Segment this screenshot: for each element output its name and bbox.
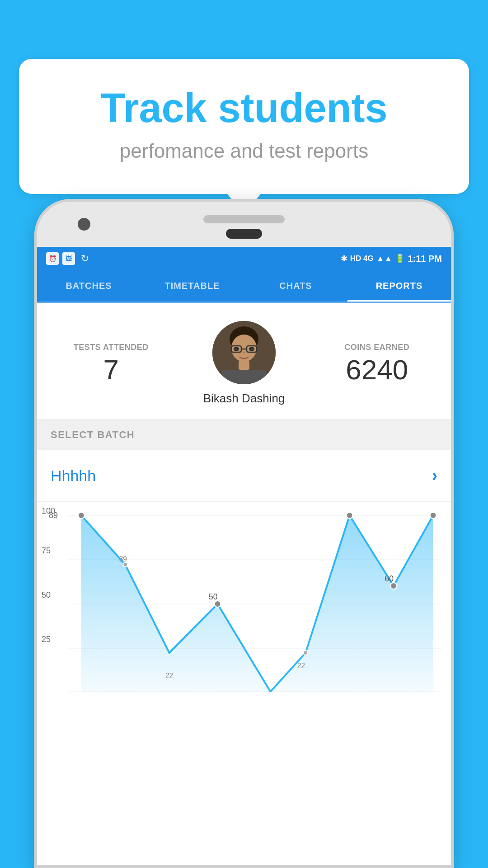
tab-bar: BATCHES TIMETABLE CHATS REPORTS (37, 270, 451, 303)
svg-point-7 (249, 347, 254, 351)
battery-icon: 🔋 (395, 254, 405, 264)
svg-text:50: 50 (209, 592, 218, 601)
select-batch-label: SELECT BATCH (51, 429, 135, 440)
svg-point-16 (78, 512, 84, 519)
batch-name: Hhhhh (51, 467, 96, 485)
y-label-25: 25 (42, 635, 51, 644)
y-label-89: 89 (49, 511, 58, 520)
y-label-75: 75 (42, 546, 51, 556)
coins-earned-label: COINS EARNED (317, 343, 438, 352)
profile-section: TESTS ATTENDED 7 (37, 303, 451, 420)
svg-point-18 (123, 562, 127, 567)
photo-icon: 🖼 (62, 252, 75, 265)
refresh-icon: ↻ (79, 252, 91, 265)
phone-top-bar (37, 202, 451, 247)
select-batch-header: SELECT BATCH (37, 420, 451, 450)
chart-area: 100 89 75 50 25 (37, 502, 451, 692)
tab-timetable-label: TIMETABLE (165, 281, 220, 291)
hd-label: HD 4G (350, 254, 374, 263)
svg-point-28 (430, 512, 436, 519)
coins-earned-block: COINS EARNED 6240 (317, 343, 438, 384)
svg-point-20 (215, 601, 221, 607)
tab-reports-label: REPORTS (376, 281, 423, 291)
svg-text:22: 22 (165, 672, 173, 679)
avatar (212, 321, 276, 384)
notification-icon: ⏰ (46, 252, 59, 265)
tab-batches-label: BATCHES (66, 281, 112, 291)
tab-chats-label: CHATS (279, 281, 312, 291)
tests-attended-label: TESTS ATTENDED (51, 343, 172, 352)
tab-reports[interactable]: REPORTS (347, 270, 451, 302)
svg-marker-15 (81, 515, 433, 692)
tab-timetable[interactable]: TIMETABLE (141, 270, 244, 302)
svg-text:100: 100 (70, 511, 84, 513)
chevron-right-icon: › (432, 466, 437, 485)
batch-item[interactable]: Hhhhh › (37, 450, 451, 502)
svg-text:22: 22 (297, 662, 305, 670)
tests-attended-block: TESTS ATTENDED 7 (51, 343, 172, 384)
bluetooth-icon: ✱ (341, 254, 347, 264)
phone-screen: ⏰ 🖼 ↻ ✱ HD 4G ▲▲ 🔋 1:11 PM BATCHES (37, 247, 451, 865)
svg-rect-8 (239, 361, 249, 370)
tab-batches[interactable]: BATCHES (37, 270, 141, 302)
tests-attended-value: 7 (51, 356, 172, 384)
svg-text:60: 60 (385, 574, 394, 583)
svg-point-6 (234, 347, 239, 351)
svg-rect-9 (221, 370, 267, 384)
y-label-50: 50 (42, 590, 51, 600)
tab-chats[interactable]: CHATS (244, 270, 347, 302)
coins-earned-value: 6240 (317, 356, 438, 384)
profile-center: Bikash Dashing (172, 321, 317, 406)
phone-speaker (203, 215, 285, 223)
phone-camera (78, 218, 90, 231)
tooltip-title: Track students (51, 86, 437, 131)
svg-point-22 (303, 651, 308, 655)
svg-text:100: 100 (422, 511, 435, 513)
svg-point-26 (390, 583, 397, 589)
status-icons-right: ✱ HD 4G ▲▲ 🔋 1:11 PM (341, 254, 442, 264)
phone-sensor (226, 229, 262, 239)
svg-point-24 (347, 512, 353, 519)
profile-name: Bikash Dashing (203, 392, 285, 406)
time-display: 1:11 PM (408, 254, 442, 264)
tooltip-card: Track students perfomance and test repor… (19, 59, 469, 194)
status-bar: ⏰ 🖼 ↻ ✱ HD 4G ▲▲ 🔋 1:11 PM (37, 247, 451, 270)
performance-chart: 100 89 50 22 100 60 100 (46, 511, 442, 692)
tooltip-subtitle: perfomance and test reports (51, 140, 437, 162)
status-icons-left: ⏰ 🖼 ↻ (46, 252, 91, 265)
svg-text:89: 89 (119, 555, 127, 563)
phone-mockup: ⏰ 🖼 ↻ ✱ HD 4G ▲▲ 🔋 1:11 PM BATCHES (34, 199, 454, 868)
svg-text:100: 100 (338, 511, 352, 513)
signal-icon: ▲▲ (376, 254, 393, 264)
